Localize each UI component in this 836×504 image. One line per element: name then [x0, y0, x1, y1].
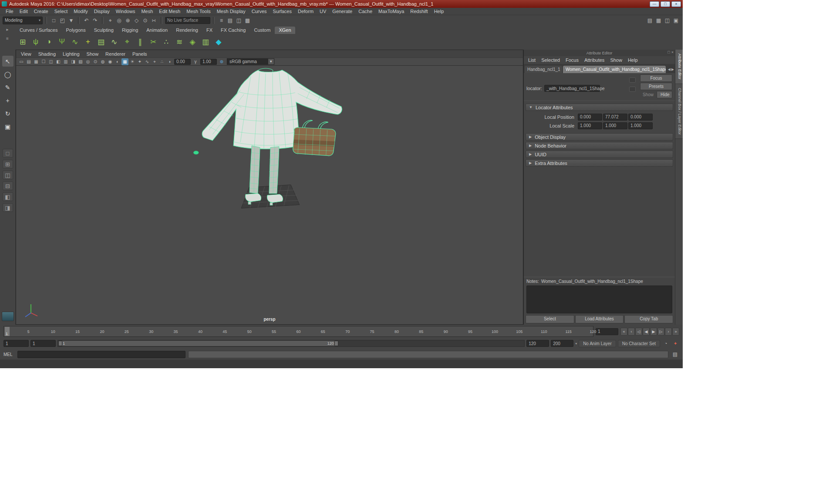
new-scene-icon[interactable]: □ [50, 16, 58, 24]
viewport-menu-item[interactable]: View [18, 51, 34, 57]
menu-item[interactable]: Display [91, 8, 113, 14]
collapsed-section-header[interactable]: ▶ Object Display [526, 133, 673, 141]
animation-start-field[interactable]: 1 [3, 340, 29, 347]
annotation-box[interactable] [629, 87, 636, 92]
shelf-tab[interactable]: FX Caching [217, 27, 249, 34]
menu-item[interactable]: Surfaces [270, 8, 295, 14]
redo-icon[interactable]: ↷ [91, 16, 99, 24]
attribute-field-x[interactable]: 1.000 [578, 122, 602, 129]
menu-item[interactable]: Mesh Display [214, 8, 249, 14]
layout-single-pane[interactable]: □ [3, 149, 13, 158]
menu-item[interactable]: Create [31, 8, 51, 14]
scale-tool[interactable]: ▣ [2, 121, 13, 132]
gamma-icon[interactable]: γ [192, 58, 199, 65]
move-tool[interactable]: + [2, 95, 13, 106]
shelf-tab[interactable]: Sculpting [90, 27, 118, 34]
xgen-noise-icon[interactable]: ≋ [173, 36, 185, 48]
make-live-icon[interactable]: ∺ [150, 16, 158, 24]
snap-curve-icon[interactable]: ◎ [115, 16, 123, 24]
viewport-menu-item[interactable]: Show [84, 51, 102, 57]
float-panel-icon[interactable]: □ [667, 50, 670, 54]
attribute-field-x[interactable]: 0.000 [578, 114, 602, 121]
collapsed-section-header[interactable]: ▶ Extra Attributes [526, 159, 673, 167]
tab-next-icon[interactable]: ▶ [671, 67, 674, 71]
snap-grid-icon[interactable]: ⌖ [106, 16, 115, 24]
menu-item[interactable]: Windows [113, 8, 138, 14]
shelf-tab[interactable]: Custom [250, 27, 275, 34]
range-slider[interactable]: 1 120 [57, 340, 525, 347]
save-scene-icon[interactable]: ▼ [67, 16, 75, 24]
view-transform-dropdown[interactable]: sRGB gamma ▼ [227, 58, 274, 65]
snap-center-icon[interactable]: ⊙ [141, 16, 149, 24]
xgen-cut-icon[interactable]: ✂ [147, 36, 159, 48]
menu-item[interactable]: Cache [355, 8, 375, 14]
bookmarks-icon[interactable]: ▦ [33, 58, 40, 65]
maya-polygon-icon[interactable]: ◆ [212, 36, 225, 48]
channel-box-toggle-icon[interactable]: ▦ [654, 16, 663, 24]
menu-item[interactable]: Edit Mesh [156, 8, 183, 14]
layout-two-stacked[interactable]: ⊟ [3, 181, 13, 190]
attribute-field-y[interactable]: 77.072 [603, 114, 627, 121]
range-bar[interactable]: 1 120 [58, 341, 338, 346]
screen-space-ao-icon[interactable]: ∿ [144, 58, 151, 65]
shadows-icon[interactable]: ✦ [136, 58, 143, 65]
render-frame-icon[interactable]: ▤ [226, 16, 234, 24]
titlebar[interactable]: Autodesk Maya 2016: C:\Users\dimax\Deskt… [0, 0, 683, 8]
ae-menu-item[interactable]: Help [625, 57, 640, 63]
persp-layout-thumbnail[interactable] [2, 312, 14, 321]
command-language-toggle[interactable]: MEL [3, 352, 15, 357]
shelf-tab[interactable]: Rigging [118, 27, 142, 34]
presets-button[interactable]: Presets [640, 83, 672, 90]
ae-menu-item[interactable]: Show [607, 57, 625, 63]
step-back-frame-button[interactable]: ‹ [628, 328, 635, 336]
animation-end-field[interactable]: 200 [551, 340, 573, 347]
playback-start-field[interactable]: 1 [30, 340, 56, 347]
oversan-icon[interactable]: ◧ [55, 58, 62, 65]
undo-icon[interactable]: ↶ [82, 16, 91, 24]
xgen-editor-icon[interactable]: ⊞ [17, 36, 29, 48]
safe-title-icon[interactable]: ◍ [99, 58, 106, 65]
menu-item[interactable]: File [3, 8, 17, 14]
command-input[interactable] [17, 351, 185, 358]
shelf-gear-icon[interactable]: ≡ [6, 36, 9, 41]
layout-outliner-persp[interactable]: ◨ [3, 203, 13, 212]
menu-item[interactable]: Modify [71, 8, 91, 14]
play-forward-button[interactable]: ▶ [650, 328, 657, 336]
handbag-wireframe[interactable] [293, 120, 336, 155]
viewport-menu-item[interactable]: Lighting [60, 51, 83, 57]
layout-three-split-left[interactable]: ◧ [3, 192, 13, 201]
wireframe-icon[interactable]: ◉ [107, 58, 114, 65]
viewport-menu-item[interactable]: Panels [129, 51, 150, 57]
gate-mask-icon[interactable]: ▧ [77, 58, 84, 65]
paint-select-tool[interactable]: ✎ [2, 82, 13, 93]
swatch-box[interactable] [629, 77, 636, 83]
camera-attributes-icon[interactable]: ▤ [25, 58, 32, 65]
menu-item[interactable]: Edit [17, 8, 31, 14]
auto-keyframe-icon[interactable]: ✦ [671, 339, 679, 347]
xgen-spline-icon[interactable]: ∿ [108, 36, 120, 48]
script-editor-icon[interactable]: ▤ [671, 350, 679, 359]
rotate-tool[interactable]: ↻ [2, 108, 13, 119]
field-chart-icon[interactable]: ◎ [84, 58, 91, 65]
shelf-tab[interactable]: Polygons [62, 27, 89, 34]
tab-prev-icon[interactable]: ◀ [668, 67, 671, 71]
menu-item[interactable]: Help [431, 8, 447, 14]
show-button[interactable]: Show [641, 91, 655, 98]
xgen-export-icon[interactable]: ▥ [199, 36, 212, 48]
notes-textarea[interactable] [526, 286, 672, 313]
shelf-tab[interactable]: XGen [275, 27, 295, 34]
snap-point-icon[interactable]: ⊕ [124, 16, 132, 24]
film-gate-icon[interactable]: ▥ [62, 58, 69, 65]
use-all-lights-icon[interactable]: ☀ [129, 58, 136, 65]
menu-item[interactable]: Curves [249, 8, 270, 14]
ae-menu-item[interactable]: Attributes [582, 57, 607, 63]
xgen-guide-icon[interactable]: ⌖ [121, 36, 133, 48]
node-tab-handbag[interactable]: Handbag_ncl1_1 [525, 66, 562, 73]
xgen-add-guide-icon[interactable]: + [82, 36, 94, 48]
motion-blur-icon[interactable]: ⌖ [151, 58, 158, 65]
xgen-grass-icon[interactable]: Ψ [56, 36, 68, 48]
go-to-end-button[interactable]: » [672, 328, 679, 336]
exposure-icon[interactable]: ◑ [166, 58, 173, 65]
maximize-button[interactable]: □ [661, 1, 670, 7]
load-attributes-button[interactable]: Load Attributes [575, 315, 624, 323]
